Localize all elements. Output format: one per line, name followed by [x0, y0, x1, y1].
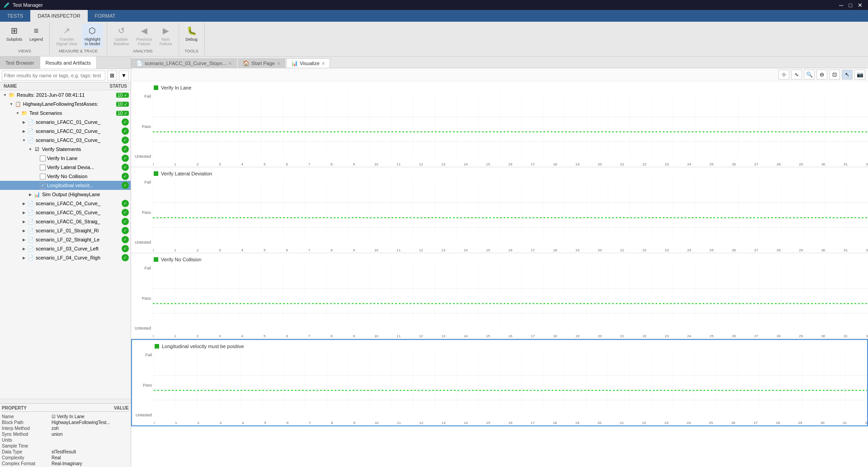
tree-item-scenario-04[interactable]: ▶ 📄 scenario_LFACC_04_Curve_ ✓ [0, 199, 131, 208]
scenario-lf03-status: ✓ [122, 245, 129, 252]
measure-tool-button[interactable]: ∿ [791, 70, 802, 80]
scenario-03-label: scenario_LFACC_03_Curve_ [36, 137, 120, 143]
svg-text:2: 2 [197, 248, 199, 252]
tree-item-scenario-lf03[interactable]: ▶ 📄 scenario_LF_03_Curve_Left ✓ [0, 244, 131, 253]
start-page-tab-close[interactable]: ✕ [277, 61, 280, 66]
zoom-out-button[interactable]: ⊖ [816, 70, 827, 80]
expander-scenario-05[interactable]: ▶ [21, 209, 27, 216]
svg-text:7: 7 [309, 421, 311, 425]
expander-test-scenarios[interactable]: ▼ [14, 110, 21, 116]
expander-scenario-06[interactable]: ▶ [21, 218, 27, 225]
tab-scenario[interactable]: 📄 scenario_LFACC_03_Curve_Stopn... ✕ [131, 58, 237, 68]
svg-text:26: 26 [732, 248, 736, 252]
tab-format[interactable]: FORMAT [88, 10, 123, 22]
filter-input[interactable] [2, 71, 105, 80]
expander-scenario-lf04[interactable]: ▶ [21, 255, 27, 261]
verify-in-lane-checkbox[interactable] [40, 156, 46, 161]
scenario-04-label: scenario_LFACC_04_Curve_ [36, 201, 120, 206]
svg-text:0: 0 [153, 334, 154, 338]
verify-no-collision-checkbox[interactable] [40, 174, 46, 179]
expander-sim-output[interactable]: ▶ [27, 191, 33, 198]
expander-results-root[interactable]: ▼ [2, 92, 8, 98]
snapshot-button[interactable]: 📷 [854, 70, 865, 80]
svg-text:20: 20 [598, 248, 602, 252]
filter-options-button[interactable]: ▼ [119, 71, 129, 80]
debug-button[interactable]: 🐛 Debug [183, 24, 201, 43]
expander-scenario-01[interactable]: ▶ [21, 119, 27, 125]
expander-scenario-lf03[interactable]: ▶ [21, 245, 27, 252]
toolbar-group-measure-trace: ↗ TransferSignal View ⬡ Highlightin Mode… [50, 23, 107, 55]
verify-lateral-checkbox[interactable] [40, 165, 46, 170]
expander-scenario-lf01[interactable]: ▶ [21, 227, 27, 234]
svg-text:22: 22 [642, 421, 646, 425]
svg-text:9: 9 [353, 162, 355, 166]
expander-scenario-04[interactable]: ▶ [21, 200, 27, 207]
tree-container[interactable]: ▼ 📁 Results: 2021-Jun-07 08:41:11 10 ✓ ▼… [0, 90, 131, 399]
select-button[interactable]: ↖ [842, 70, 853, 80]
tree-item-scenario-02[interactable]: ▶ 📄 scenario_LFACC_02_Curve_ ✓ [0, 127, 131, 136]
tree-item-scenario-05[interactable]: ▶ 📄 scenario_LFACC_05_Curve_ ✓ [0, 208, 131, 217]
results-artifacts-tab[interactable]: Results and Artifacts [40, 57, 97, 69]
svg-text:30: 30 [821, 248, 826, 252]
tree-item-highway-suite[interactable]: ▼ 📋 HighwayLaneFollowingTestAsses: 10 ✓ [0, 99, 131, 108]
previous-failure-button: ◀ PreviousFailure [134, 24, 155, 48]
filter-clear-button[interactable]: ⊠ [107, 71, 117, 80]
tree-item-scenario-lf01[interactable]: ▶ 📄 scenario_LF_01_Straight_Ri ✓ [0, 226, 131, 235]
tree-item-scenario-03[interactable]: ▼ 📄 scenario_LFACC_03_Curve_ ✓ [0, 136, 131, 145]
expander-highway-suite[interactable]: ▼ [8, 101, 14, 107]
cursor-tool-button[interactable]: ⊹ [778, 70, 789, 80]
tab-data-inspector[interactable]: DATA INSPECTOR [30, 10, 87, 22]
svg-text:25: 25 [709, 162, 713, 166]
maximize-button[interactable]: □ [847, 2, 854, 9]
chart-4-svg: 0 1 2 3 4 5 6 7 8 9 10 1 [154, 351, 867, 425]
tree-item-test-scenarios[interactable]: ▼ 📁 Test Scenarios 10 ✓ [0, 108, 131, 118]
svg-text:11: 11 [397, 421, 401, 425]
tab-start-page[interactable]: 🏠 Start Page ✕ [238, 58, 285, 68]
scenario-01-icon: 📄 [27, 118, 34, 126]
legend-button[interactable]: ≡ Legend [27, 24, 46, 43]
expander-verify-statements[interactable]: ▼ [27, 146, 33, 152]
start-page-tab-icon: 🏠 [243, 60, 250, 66]
chart-toolbar: ⊹ ∿ 🔍 ⊖ ⊡ ↖ 📷 [131, 68, 868, 81]
scenario-05-status: ✓ [122, 209, 129, 216]
subplots-button[interactable]: ⊞ Subplots [4, 24, 25, 43]
tab-tests[interactable]: TESTS [0, 10, 30, 22]
tree-item-scenario-lf04[interactable]: ▶ 📄 scenario_LF_04_Curve_Righ ✓ [0, 253, 131, 262]
close-button[interactable]: ✕ [856, 2, 864, 9]
tree-item-sim-output[interactable]: ▶ 📊 Sim Output (HighwayLane [0, 190, 131, 199]
tree-item-verify-statements[interactable]: ▼ ☑ Verify Statements ✓ [0, 145, 131, 154]
chart-1-dot [154, 85, 158, 90]
scenario-04-status: ✓ [122, 200, 129, 207]
expander-scenario-lf02[interactable]: ▶ [21, 236, 27, 243]
tree-item-results-root[interactable]: ▼ 📁 Results: 2021-Jun-07 08:41:11 10 ✓ [0, 90, 131, 99]
tree-horiz-scrollbar[interactable] [0, 399, 131, 403]
longitudinal-vel-checkbox[interactable]: ✓ [40, 183, 46, 189]
visualize-tab-close[interactable]: ✕ [321, 61, 325, 66]
test-browser-tab[interactable]: Test Browser [0, 57, 40, 69]
expander-scenario-03[interactable]: ▼ [21, 137, 27, 143]
tree-item-scenario-01[interactable]: ▶ 📄 scenario_LFACC_01_Curve_ ✓ [0, 118, 131, 127]
expander-scenario-02[interactable]: ▶ [21, 128, 27, 134]
titlebar: 🧪 Test Manager ─ □ ✕ [0, 0, 868, 10]
ribbon-tabs: TESTS DATA INSPECTOR FORMAT [0, 10, 868, 22]
fit-button[interactable]: ⊡ [829, 70, 840, 80]
tree-item-verify-lateral[interactable]: Verify Lateral Devia... ✓ [0, 163, 131, 172]
svg-text:4: 4 [242, 421, 244, 425]
svg-text:4: 4 [241, 334, 244, 338]
debug-icon: 🐛 [186, 25, 197, 36]
minimize-button[interactable]: ─ [837, 2, 845, 9]
svg-text:10: 10 [374, 162, 378, 166]
charts-container[interactable]: Verify In Lane Fail Pass Untested [131, 81, 868, 467]
svg-text:14: 14 [464, 334, 468, 338]
highlight-model-button[interactable]: ⬡ Highlightin Model [82, 24, 103, 48]
window-controls[interactable]: ─ □ ✕ [837, 2, 864, 9]
svg-text:10: 10 [374, 248, 378, 252]
tree-item-scenario-06[interactable]: ▶ 📄 scenario_LFACC_06_Straig_ ✓ [0, 217, 131, 226]
tree-item-verify-in-lane[interactable]: Verify In Lane ✓ [0, 154, 131, 163]
tree-item-scenario-lf02[interactable]: ▶ 📄 scenario_LF_02_Straight_Le ✓ [0, 235, 131, 244]
tree-item-verify-no-collision[interactable]: Verify No Collision ✓ [0, 172, 131, 181]
zoom-in-button[interactable]: 🔍 [804, 70, 815, 80]
tree-item-longitudinal-vel[interactable]: ✓ Longitudinal velocit... ✓ [0, 181, 131, 190]
scenario-tab-close[interactable]: ✕ [228, 61, 232, 66]
tab-visualize[interactable]: 📊 Visualize ✕ [286, 58, 330, 68]
